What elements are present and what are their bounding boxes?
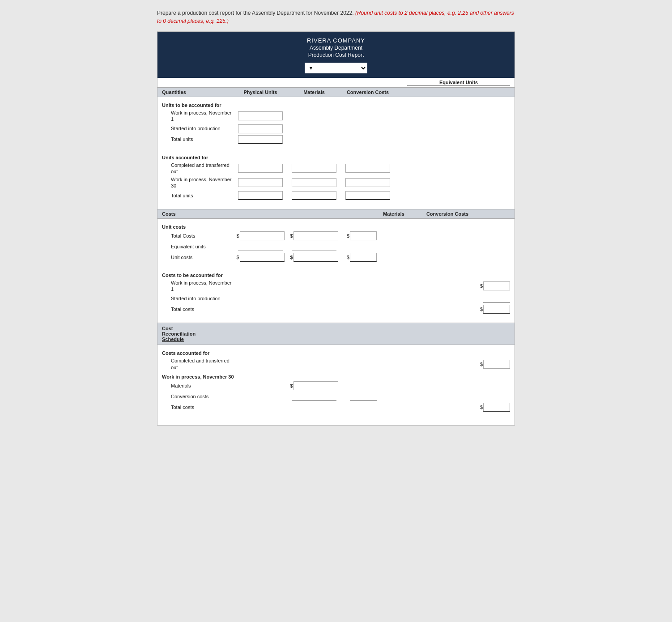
col-costs-materials-header: Materials <box>367 211 421 217</box>
costs-started-prod-row: Started into production <box>162 294 510 303</box>
equiv-units-conversion-input[interactable] <box>292 242 336 251</box>
col-costs-header: Costs <box>162 211 367 217</box>
recon-completed-total-cell: $ <box>474 360 510 369</box>
unit-costs-materials-cell: $ <box>234 253 287 262</box>
recon-materials-input[interactable] <box>293 381 338 390</box>
wip-nov1-physical-input[interactable] <box>238 111 283 120</box>
unit-costs-total-cell: $ <box>341 253 377 262</box>
total-units2-label: Total units <box>162 192 234 199</box>
equiv-units-costs-label: Equivalent units <box>162 243 234 250</box>
dropdown-row: ▾ <box>157 63 515 78</box>
total-units2-physical-cell <box>234 191 287 200</box>
equiv-units-materials-input[interactable] <box>238 242 283 251</box>
recon-conversion-input[interactable] <box>292 392 336 401</box>
recon-completed-total-input[interactable] <box>483 360 510 369</box>
dollar-sign-7: $ <box>480 283 483 289</box>
equiv-units-header: Equivalent Units <box>157 78 515 87</box>
reconciliation-header: Cost Reconciliation Schedule <box>157 323 515 345</box>
equiv-units-label: Equivalent Units <box>407 80 510 85</box>
total-units2-materials-input[interactable] <box>292 191 336 200</box>
recon-total-costs-total-input[interactable] <box>483 403 510 412</box>
costs-section: Unit costs Total Costs $ $ <box>157 219 515 319</box>
recon-header-line3: Schedule <box>162 337 184 342</box>
total-costs-materials-input[interactable] <box>240 231 285 240</box>
total-units-physical-cell <box>234 135 287 144</box>
completed-transferred-physical-input[interactable] <box>238 164 283 173</box>
recon-conversion-label: Conversion costs <box>162 393 234 400</box>
completed-transferred-conversion-input[interactable] <box>345 164 390 173</box>
company-name: RIVERA COMPANY <box>162 37 510 44</box>
completed-transferred-materials-input[interactable] <box>292 164 336 173</box>
quantities-header-row: Quantities Physical Units Materials Conv… <box>157 87 515 97</box>
completed-transferred-physical-cell <box>234 164 287 173</box>
costs-total-costs-total-input[interactable] <box>483 305 510 314</box>
completed-transferred-label: Completed and transferred out <box>162 162 234 175</box>
dollar-sign-4: $ <box>236 255 239 260</box>
total-units2-conversion-input[interactable] <box>345 191 390 200</box>
wip-nov30-label: Work in process, November 30 <box>162 176 234 189</box>
completed-transferred-row: Completed and transferred out <box>162 162 510 175</box>
total-units2-conversion-cell <box>341 191 395 200</box>
equiv-units-conversion-cell <box>287 242 341 251</box>
equiv-units-materials-cell <box>234 242 287 251</box>
recon-total-costs-total-cell: $ <box>474 403 510 412</box>
col-conversion-header: Conversion Costs <box>341 89 395 95</box>
total-units2-row: Total units <box>162 191 510 200</box>
department-title: Assembly Department <box>162 45 510 51</box>
wip-nov30-physical-input[interactable] <box>238 178 283 187</box>
started-production-physical-input[interactable] <box>238 124 283 133</box>
wip-nov30-conversion-cell <box>341 178 395 187</box>
costs-to-account-label: Costs to be accounted for <box>162 273 510 278</box>
costs-wip-nov1-row: Work in process, November 1 $ <box>162 280 510 293</box>
wip-nov1-row: Work in process, November 1 <box>162 110 510 123</box>
costs-header-row: Costs Materials Conversion Costs <box>157 209 515 219</box>
dollar-sign-10: $ <box>290 383 293 388</box>
unit-costs-total-input[interactable] <box>350 253 377 262</box>
recon-header-line1: Cost <box>162 326 173 331</box>
col-costs-conversion-header: Conversion Costs <box>421 211 474 217</box>
costs-started-prod-label: Started into production <box>162 295 234 302</box>
recon-wip-nov30-label: Work in process, November 30 <box>162 374 510 379</box>
total-costs-conversion-input[interactable] <box>293 231 338 240</box>
dollar-sign-11: $ <box>480 405 483 410</box>
wip-nov30-materials-cell <box>287 178 341 187</box>
completed-transferred-materials-cell <box>287 164 341 173</box>
recon-conversion-total-input[interactable] <box>350 392 377 401</box>
total-units-physical-input[interactable] <box>238 135 283 144</box>
recon-materials-cell: $ <box>287 381 341 390</box>
total-costs-total-input[interactable] <box>350 231 377 240</box>
units-accounted-label: Units accounted for <box>162 155 510 160</box>
unit-costs-conversion-input[interactable] <box>293 253 338 262</box>
report-container: RIVERA COMPANY Assembly Department Produ… <box>157 31 515 426</box>
equiv-units-costs-row: Equivalent units <box>162 242 510 251</box>
unit-costs-group-label: Unit costs <box>162 224 510 230</box>
wip-nov30-conversion-input[interactable] <box>345 178 390 187</box>
col-materials-header: Materials <box>287 89 341 95</box>
unit-costs-materials-input[interactable] <box>240 253 285 262</box>
costs-started-prod-total-cell <box>474 294 510 303</box>
total-units-row: Total units <box>162 135 510 144</box>
completed-transferred-conversion-cell <box>341 164 395 173</box>
wip-nov30-physical-cell <box>234 178 287 187</box>
costs-accounted-label: Costs accounted for <box>162 350 510 356</box>
total-units2-physical-input[interactable] <box>238 191 283 200</box>
recon-conversion-row: Conversion costs <box>162 392 510 401</box>
wip-nov30-materials-input[interactable] <box>292 178 336 187</box>
recon-header-line2: Reconciliation <box>162 331 196 337</box>
instructions-main: Prepare a production cost report for the… <box>157 10 354 16</box>
costs-wip-nov1-total-input[interactable] <box>483 281 510 290</box>
unit-costs2-label: Unit costs <box>162 254 234 260</box>
started-production-physical-cell <box>234 124 287 133</box>
costs-started-prod-total-input[interactable] <box>483 294 510 303</box>
total-costs-label: Total Costs <box>162 233 234 239</box>
total-costs-materials-cell: $ <box>234 231 287 240</box>
recon-materials-label: Materials <box>162 383 234 389</box>
started-production-label: Started into production <box>162 125 234 132</box>
costs-wip-nov1-total-cell: $ <box>474 281 510 290</box>
dollar-sign-5: $ <box>290 255 293 260</box>
units-to-account-label: Units to be accounted for <box>162 102 510 108</box>
total-costs-row: Total Costs $ $ $ <box>162 231 510 240</box>
costs-wip-nov1-label: Work in process, November 1 <box>162 280 234 293</box>
report-title: Production Cost Report <box>162 52 510 58</box>
period-dropdown[interactable]: ▾ <box>305 63 367 73</box>
